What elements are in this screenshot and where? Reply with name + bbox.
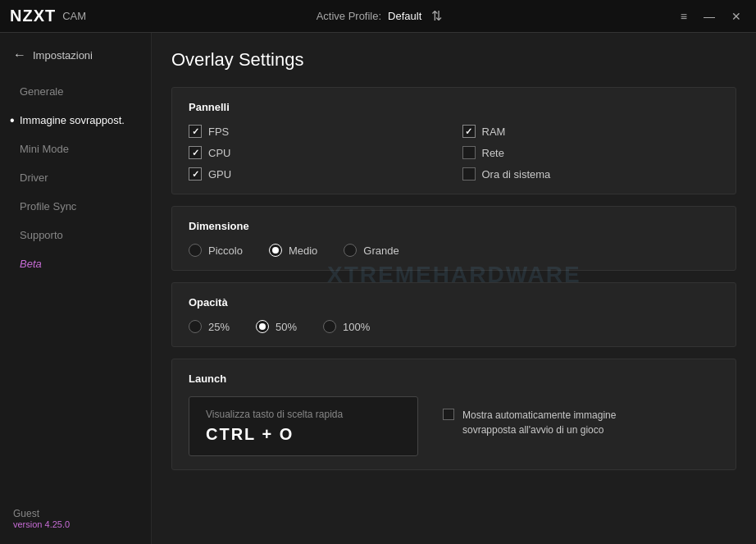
radio-25-label: 25% [208,321,230,333]
checkbox-fps-label: FPS [208,126,229,138]
checkbox-ora-sistema-box[interactable] [462,167,476,181]
radio-piccolo[interactable]: Piccolo [189,244,243,257]
title-bar: NZXT CAM Active Profile: Default ⇅ ≡ — ✕ [0,0,756,33]
sidebar-version: version 4.25.0 [13,519,138,529]
sidebar: ← Impostazioni Generale Immagine sovrapp… [0,33,152,544]
radio-100[interactable]: 100% [323,320,370,333]
checkbox-cpu-box[interactable] [189,146,202,159]
active-profile-area: Active Profile: Default ⇅ [86,7,676,25]
content-area: Overlay Settings Pannelli FPS RAM CPU [152,33,756,544]
sidebar-item-beta[interactable]: Beta [0,249,151,278]
launch-title: Launch [189,373,719,385]
radio-100-label: 100% [343,321,370,333]
dimensione-section: Dimensione Piccolo Medio Grande [171,206,736,271]
checkbox-gpu-box[interactable] [189,167,202,181]
auto-launch-label: Mostra automaticamente immagine sovrappo… [462,408,667,437]
radio-medio-label: Medio [289,245,317,257]
radio-50-circle[interactable] [256,320,269,333]
checkbox-cpu[interactable]: CPU [189,146,446,159]
sidebar-item-supporto[interactable]: Supporto [0,221,151,249]
menu-button[interactable]: ≡ [676,7,692,26]
checkbox-gpu-label: GPU [208,168,231,181]
checkbox-ram[interactable]: RAM [462,125,720,138]
auto-launch: Mostra automaticamente immagine sovrappo… [443,396,667,437]
checkbox-rete-label: Rete [482,147,504,159]
minimize-button[interactable]: — [699,7,720,26]
shortcut-hint: Visualizza tasto di scelta rapida [206,409,401,420]
sidebar-item-generale[interactable]: Generale [0,77,151,106]
radio-grande-circle[interactable] [344,244,357,257]
checkbox-ora-sistema[interactable]: Ora di sistema [462,167,720,181]
radio-50[interactable]: 50% [256,320,297,333]
sidebar-footer: Guest version 4.25.0 [0,500,151,537]
pannelli-grid: FPS RAM CPU Rete [189,125,719,181]
opacita-section: Opacità 25% 50% 100% [171,282,736,347]
radio-100-circle[interactable] [323,320,336,333]
profile-dropdown-button[interactable]: ⇅ [428,7,445,25]
opacita-radio-group: 25% 50% 100% [189,320,719,333]
launch-section: Launch Visualizza tasto di scelta rapida… [171,359,736,470]
checkbox-ora-sistema-label: Ora di sistema [482,168,551,181]
checkbox-cpu-label: CPU [208,147,230,159]
sidebar-item-immagine-sovrapposta[interactable]: Immagine sovrappost. [0,106,151,135]
radio-grande-label: Grande [363,245,398,257]
radio-grande[interactable]: Grande [344,244,398,257]
sidebar-item-driver[interactable]: Driver [0,163,151,192]
sidebar-item-mini-mode[interactable]: Mini Mode [0,135,151,163]
close-button[interactable]: ✕ [726,7,746,26]
pannelli-title: Pannelli [189,101,719,113]
back-arrow-icon: ← [13,48,26,62]
shortcut-box: Visualizza tasto di scelta rapida CTRL +… [189,396,418,456]
sidebar-back-button[interactable]: ← Impostazioni [0,39,151,71]
checkbox-fps[interactable]: FPS [189,125,446,138]
radio-50-label: 50% [276,321,297,333]
window-controls: ≡ — ✕ [676,7,746,26]
logo-cam: CAM [62,10,86,22]
radio-25[interactable]: 25% [189,320,230,333]
sidebar-nav: Generale Immagine sovrappost. Mini Mode … [0,77,151,500]
app-logo: NZXT CAM [10,7,86,25]
sidebar-user: Guest [13,508,138,519]
checkbox-ram-label: RAM [482,126,506,138]
checkbox-ram-box[interactable] [462,125,476,138]
checkbox-rete[interactable]: Rete [462,146,720,159]
checkbox-fps-box[interactable] [189,125,202,138]
active-profile-value: Default [388,10,421,22]
active-profile-label: Active Profile: [317,10,381,22]
shortcut-keys: CTRL + O [206,425,401,444]
checkbox-gpu[interactable]: GPU [189,167,446,181]
radio-medio-circle[interactable] [269,244,282,257]
pannelli-section: Pannelli FPS RAM CPU [171,87,736,194]
dimensione-radio-group: Piccolo Medio Grande [189,244,719,257]
radio-piccolo-label: Piccolo [208,245,243,257]
radio-25-circle[interactable] [189,320,202,333]
auto-launch-checkbox[interactable] [443,409,454,420]
sidebar-item-profile-sync[interactable]: Profile Sync [0,192,151,221]
radio-medio[interactable]: Medio [269,244,317,257]
main-layout: ← Impostazioni Generale Immagine sovrapp… [0,33,756,544]
page-title: Overlay Settings [171,49,736,71]
logo-nzxt: NZXT [10,7,56,25]
radio-piccolo-circle[interactable] [189,244,202,257]
opacita-title: Opacità [189,296,719,309]
checkbox-rete-box[interactable] [462,146,476,159]
dimensione-title: Dimensione [189,220,719,232]
launch-inner: Visualizza tasto di scelta rapida CTRL +… [189,396,719,456]
sidebar-back-label: Impostazioni [33,49,93,62]
